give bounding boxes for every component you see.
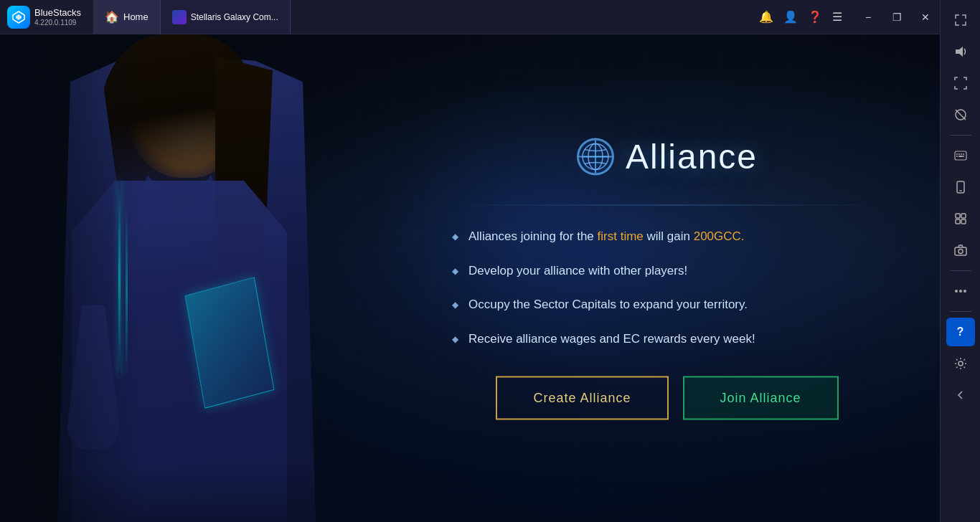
feature-list: ◆ Alliances joining for the first time w… <box>452 227 882 348</box>
titlebar: BlueStacks 4.220.0.1109 🏠 Home Stellaris… <box>0 0 940 34</box>
bluestacks-logo: BlueStacks 4.220.0.1109 <box>0 6 93 29</box>
bullet-diamond-1: ◆ <box>452 230 458 243</box>
svg-rect-17 <box>956 219 960 224</box>
titlebar-controls: − ❐ ✕ <box>854 0 940 34</box>
join-alliance-button[interactable]: Join Alliance <box>683 376 839 420</box>
svg-point-26 <box>588 143 603 169</box>
list-item: ◆ Receive alliance wages and EC rewards … <box>452 329 882 348</box>
restore-button[interactable]: ❐ <box>882 0 911 34</box>
bluestacks-icon <box>7 6 30 29</box>
svg-point-22 <box>959 290 962 293</box>
list-item: ◆ Alliances joining for the first time w… <box>452 227 882 246</box>
settings-button[interactable] <box>946 349 975 378</box>
bluestacks-text: BlueStacks 4.220.0.1109 <box>34 7 81 27</box>
svg-point-20 <box>958 250 963 254</box>
highlight-200gcc: 200GCC. <box>694 229 745 243</box>
menu-icon[interactable]: ☰ <box>832 10 842 24</box>
list-item: ◆ Occupy the Sector Capitals to expand y… <box>452 295 882 314</box>
minimize-button[interactable]: − <box>854 0 882 34</box>
svg-rect-15 <box>956 214 960 218</box>
help-question-icon: ? <box>957 326 964 338</box>
tab-game-label: Stellaris Galaxy Com... <box>191 12 278 22</box>
highlight-first-time: first time <box>598 229 644 243</box>
svg-rect-18 <box>961 219 966 224</box>
right-sidebar: ? <box>940 0 980 522</box>
back-button[interactable] <box>946 381 975 409</box>
help-icon[interactable]: ❓ <box>808 10 822 24</box>
account-icon[interactable]: 👤 <box>783 10 798 24</box>
character-figure <box>0 34 402 522</box>
mobile-button[interactable] <box>946 173 975 201</box>
bullet-text-4: Receive alliance wages and EC rewards ev… <box>468 329 755 348</box>
camera-button[interactable] <box>946 236 975 265</box>
content-divider <box>452 205 882 206</box>
tab-home-label: Home <box>123 11 149 22</box>
fullscreen-button[interactable] <box>946 69 975 98</box>
bullet-text-3: Occupy the Sector Capitals to expand you… <box>468 295 748 314</box>
bell-icon[interactable]: 🔔 <box>759 10 773 24</box>
more-button[interactable] <box>946 277 975 305</box>
game-tab-icon <box>172 10 187 24</box>
svg-rect-16 <box>961 214 966 218</box>
help-button[interactable]: ? <box>946 318 975 346</box>
svg-point-25 <box>583 143 608 169</box>
svg-point-24 <box>958 361 963 366</box>
svg-point-23 <box>963 290 966 293</box>
tab-home[interactable]: 🏠 Home <box>93 0 161 34</box>
page-title: Alliance <box>626 137 758 176</box>
button-row: Create Alliance Join Alliance <box>452 376 882 420</box>
list-item: ◆ Develop your alliance with other playe… <box>452 261 882 280</box>
bullet-diamond-2: ◆ <box>452 264 458 277</box>
globe-icon <box>577 138 614 175</box>
bullet-text-1: Alliances joining for the first time wil… <box>468 227 745 246</box>
home-icon: 🏠 <box>105 10 119 24</box>
volume-button[interactable] <box>946 37 975 66</box>
close-button[interactable]: ✕ <box>911 0 940 34</box>
alliance-title-row: Alliance <box>452 137 882 176</box>
no-rotation-button[interactable] <box>946 100 975 129</box>
game-area: Alliance ◆ Alliances joining for the fir… <box>0 34 940 522</box>
create-alliance-button[interactable]: Create Alliance <box>496 376 668 420</box>
sidebar-divider-1 <box>950 135 971 136</box>
tab-game[interactable]: Stellaris Galaxy Com... <box>161 0 291 34</box>
sidebar-divider-3 <box>950 311 971 312</box>
sidebar-divider-2 <box>950 270 971 271</box>
keyboard-button[interactable] <box>946 141 975 170</box>
content-panel: Alliance ◆ Alliances joining for the fir… <box>423 115 911 442</box>
bullet-diamond-3: ◆ <box>452 298 458 311</box>
bullet-text-2: Develop your alliance with other players… <box>468 261 687 280</box>
titlebar-icons: 🔔 👤 ❓ ☰ <box>748 10 854 24</box>
bullet-diamond-4: ◆ <box>452 332 458 345</box>
expand-button[interactable] <box>946 6 975 34</box>
svg-marker-1 <box>16 14 22 20</box>
svg-marker-2 <box>956 47 963 57</box>
macro-button[interactable] <box>946 204 975 233</box>
svg-rect-19 <box>955 247 966 255</box>
svg-point-21 <box>955 290 958 293</box>
